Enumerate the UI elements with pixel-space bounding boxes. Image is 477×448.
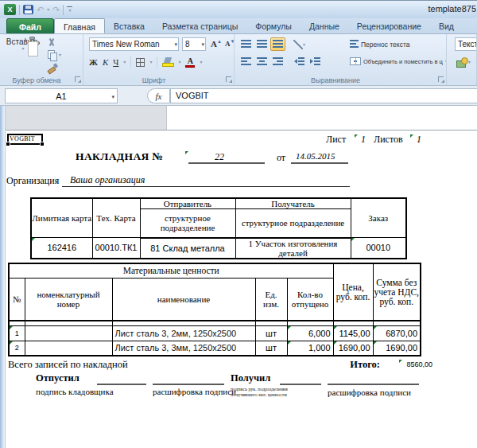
records-total-label[interactable]: Всего записей по накладной — [8, 359, 128, 371]
price-column-header[interactable]: Цена, руб. коп. — [333, 263, 373, 321]
qty-cell[interactable]: 6,000 — [287, 325, 333, 341]
row-number-cell[interactable]: 2 — [9, 341, 25, 356]
total-label[interactable]: Итого: — [318, 359, 380, 371]
accounting-format-button[interactable]: ▾ — [453, 55, 474, 68]
sheet-label[interactable]: Лист — [326, 134, 346, 146]
qty-cell[interactable]: 1,000 — [287, 341, 333, 356]
decrease-font-button[interactable]: А▼ — [225, 39, 235, 48]
receiver-value[interactable]: 1 Участок изготовления деталей — [235, 238, 351, 259]
row-number-cell[interactable]: 1 — [9, 325, 25, 341]
invoice-title[interactable]: НАКЛАДНАЯ № — [76, 150, 163, 163]
align-left-button[interactable] — [238, 55, 254, 68]
paste-button[interactable]: Вставить ▾ — [5, 37, 41, 51]
sum-column-header[interactable]: Сумма без учета НДС, руб. коп. — [373, 263, 421, 321]
nomenclature-header[interactable]: номенклатурный номер — [25, 278, 112, 321]
tab-formulas[interactable]: Формулы — [246, 18, 301, 33]
order-header[interactable]: Заказ — [351, 198, 406, 238]
tab-review[interactable]: Рецензирование — [348, 18, 430, 33]
tab-insert[interactable]: Вставка — [105, 18, 153, 33]
font-size-combo[interactable]: 8▾ — [182, 37, 206, 51]
name-box[interactable]: A1▾ — [5, 88, 118, 103]
invoice-date-preposition[interactable]: от — [277, 152, 285, 164]
italic-button[interactable]: К — [103, 58, 108, 67]
order-value[interactable]: 00010 — [351, 238, 406, 259]
increase-indent-button[interactable] — [308, 55, 323, 68]
formula-input[interactable]: VOGBIT — [170, 88, 477, 103]
invoice-date[interactable]: 14.05.2015 — [296, 151, 335, 161]
insert-function-button[interactable]: fx — [147, 88, 170, 103]
borders-dropdown-icon[interactable]: ▾ — [149, 60, 152, 64]
merge-center-button[interactable]: Объединить и поместить в центре ▾ — [350, 57, 447, 65]
clipboard-dialog-launcher-icon[interactable] — [75, 76, 80, 82]
font-color-dropdown-icon[interactable]: ▾ — [200, 60, 202, 64]
tab-view[interactable]: Вид — [430, 18, 463, 33]
limit-card-header[interactable]: Лимитная карта — [31, 198, 92, 238]
align-center-button[interactable] — [254, 55, 270, 68]
nomenclature-cell[interactable] — [25, 341, 112, 356]
tech-card-value[interactable]: 00010.ТК1 — [92, 238, 140, 259]
unit-header[interactable]: Ед. изм. — [255, 278, 287, 321]
price-cell[interactable]: 1690,00 — [333, 341, 373, 356]
increase-font-button[interactable]: А▲ — [211, 39, 222, 49]
selected-cell-a1[interactable]: VOGBIT — [7, 134, 43, 145]
sheets-total-number[interactable]: 1 — [417, 134, 421, 146]
total-value[interactable]: 8560,00 — [383, 360, 432, 368]
sender-sub-header[interactable]: структурное подразделение — [140, 209, 235, 238]
tab-data[interactable]: Данные — [301, 18, 348, 33]
number-format-combo[interactable]: Тексто — [455, 37, 477, 51]
font-dialog-launcher-icon[interactable] — [226, 76, 231, 82]
orientation-button[interactable]: ▾ — [292, 37, 307, 51]
row-number-header[interactable]: № — [9, 278, 25, 321]
receiver-sub-header[interactable]: структурное подразделение — [235, 209, 351, 238]
organization-label[interactable]: Организация — [6, 175, 59, 187]
align-top-button[interactable] — [238, 37, 254, 51]
cut-button[interactable] — [48, 37, 80, 47]
name-cell[interactable]: Лист сталь 3, 3мм, 1250х2500 — [112, 341, 255, 356]
underline-button[interactable]: Ч — [113, 58, 118, 67]
undo-icon[interactable]: ↶ — [37, 6, 44, 14]
sender-header[interactable]: Отправитель — [140, 198, 235, 209]
received-label[interactable]: Получил — [231, 372, 270, 384]
sum-cell[interactable]: 1690,00 — [373, 341, 421, 356]
underline-dropdown-icon[interactable]: ▾ — [123, 60, 126, 64]
name-header[interactable]: наименование — [112, 278, 255, 321]
tab-page-layout[interactable]: Разметка страницы — [153, 18, 246, 33]
tech-card-header[interactable]: Тех. Карта — [92, 198, 140, 238]
name-cell[interactable]: Лист сталь 3, 2мм, 1250х2500 — [112, 325, 255, 341]
nomenclature-cell[interactable] — [25, 325, 112, 341]
fill-dropdown-icon[interactable]: ▾ — [178, 60, 180, 64]
unit-cell[interactable]: шт — [255, 341, 287, 356]
align-middle-button[interactable] — [254, 37, 270, 51]
sheets-label[interactable]: Листов — [374, 134, 403, 146]
invoice-number[interactable]: 22 — [215, 151, 224, 163]
fill-color-icon[interactable] — [162, 57, 173, 67]
organization-value[interactable]: Ваша организация — [70, 174, 145, 186]
redo-icon[interactable]: ↷ — [52, 6, 60, 14]
copy-button[interactable]: ▾ — [48, 50, 80, 60]
decrease-indent-button[interactable] — [292, 55, 307, 68]
tab-home[interactable]: Главная — [54, 18, 105, 33]
wrap-text-button[interactable]: Перенос текста — [350, 40, 409, 49]
released-label[interactable]: Отпустил — [36, 372, 80, 384]
alignment-dialog-launcher-icon[interactable] — [438, 76, 444, 82]
align-bottom-button[interactable] — [270, 37, 285, 51]
bold-button[interactable]: Ж — [89, 58, 98, 67]
tab-file[interactable]: Файл — [6, 18, 54, 33]
format-painter-button[interactable] — [48, 63, 80, 72]
sheet-number[interactable]: 1 — [361, 134, 366, 146]
sum-cell[interactable]: 6870,00 — [373, 325, 421, 341]
borders-icon[interactable] — [136, 58, 145, 67]
qty-header[interactable]: Кол-во отпущено — [287, 278, 333, 321]
save-icon[interactable] — [23, 5, 33, 14]
align-right-button[interactable] — [270, 55, 285, 68]
quick-access-more-icon[interactable]: ▾ — [67, 6, 72, 13]
price-cell[interactable]: 1145,00 — [333, 325, 373, 341]
unit-cell[interactable]: шт — [255, 325, 287, 341]
font-color-icon[interactable]: А — [185, 57, 195, 68]
undo-dropdown-icon[interactable]: ▾ — [47, 7, 49, 12]
sender-value[interactable]: 81 Склад металла — [140, 238, 235, 259]
receiver-header[interactable]: Получатель — [235, 198, 351, 209]
materials-group-header[interactable]: Материальные ценности — [9, 263, 333, 278]
font-family-combo[interactable]: Times New Roman▾ — [89, 37, 179, 51]
limit-card-value[interactable]: 162416 — [31, 238, 92, 259]
